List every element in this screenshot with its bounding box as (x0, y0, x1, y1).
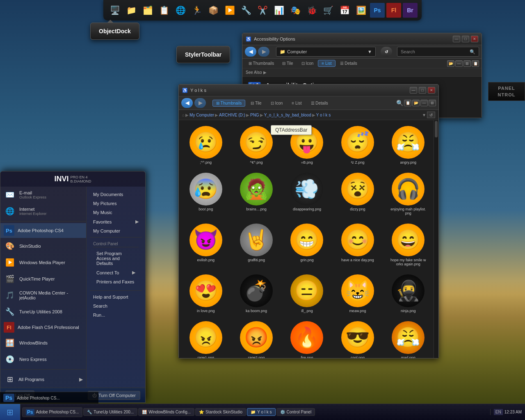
taskbar-tuneup[interactable]: 🔧 TuneUp Utilities 200... (83, 408, 137, 416)
toolbar-btn-3[interactable]: ⊞ (463, 60, 471, 67)
start-help[interactable]: Help and Support (90, 292, 142, 301)
breadcrumb-dropdown[interactable]: ▼ (422, 113, 426, 117)
file-item-dizzy[interactable]: 😵 dizzy.png (334, 170, 381, 218)
refresh-button[interactable]: ↺ (381, 47, 392, 57)
file-item-cool[interactable]: 😎 cool.png (334, 319, 381, 358)
file-item-inlove[interactable]: 😍 in love.png (182, 272, 229, 315)
dock-icon-monitor[interactable]: 🖥️ (107, 3, 122, 18)
start-windowblinds[interactable]: 🪟 WindowBlinds (0, 335, 86, 351)
start-set-program-access[interactable]: Set Program Access and Defaults (93, 249, 139, 268)
dock-icon-clipboard[interactable]: 📋 (157, 3, 171, 18)
file-item-smile4[interactable]: 😴 ²z Z.png (334, 123, 381, 167)
yolks-view-details[interactable]: ☰ Details (307, 100, 332, 107)
file-item-kaboom[interactable]: 💣 ka boom.png (233, 272, 280, 315)
see-also-toggle[interactable]: ▶ (263, 70, 267, 75)
yolks-toolbar-btn4[interactable]: ⊞ (429, 100, 436, 106)
yolks-maximize[interactable]: □ (419, 87, 426, 94)
close-button[interactable]: ✕ (471, 36, 478, 42)
dock-icon-calendar[interactable]: 📅 (337, 3, 352, 18)
start-email[interactable]: ✉️ E-mail Outlook Express (0, 187, 86, 203)
file-item-rage2[interactable]: 😡 rage2.png (233, 319, 280, 358)
dock-icon-excel[interactable]: 📊 (272, 3, 286, 18)
start-button[interactable]: ⊞ (0, 404, 21, 420)
start-internet[interactable]: 🌐 Internet Internet Explorer (0, 203, 86, 219)
view-btn-list[interactable]: ≡ List (318, 60, 335, 67)
search-bar[interactable]: Search 🔍 (397, 47, 479, 57)
file-item-brains[interactable]: 🧟 brains....png (233, 170, 280, 218)
start-flash[interactable]: Fl Adobe Flash CS4 Professional (0, 320, 86, 335)
yolks-toolbar-btn3[interactable]: — (420, 100, 428, 106)
file-item-smile1[interactable]: 😢 ;^^.png (182, 123, 229, 167)
file-item-fire[interactable]: 🔥 fire.png (283, 319, 331, 358)
dock-icon-hat[interactable]: 🎭 (288, 3, 303, 18)
start-mycomputer[interactable]: My Computer (90, 226, 142, 235)
back-button[interactable]: ◀ (245, 47, 256, 57)
maximize-button[interactable]: □ (462, 36, 469, 42)
start-printers[interactable]: Printers and Faxes (93, 277, 139, 286)
file-item-graffiti[interactable]: 🤘 graffiti.png (233, 221, 280, 269)
yolks-view-icon[interactable]: ⊡ Icon (267, 100, 287, 107)
file-item-boo[interactable]: 😰 boo!.png (182, 170, 229, 218)
yolks-view-thumbnails[interactable]: ⊞ Thumbnails (212, 100, 245, 107)
breadcrumb-archive[interactable]: ARCHIVE (D:) (219, 113, 245, 117)
toolbar-btn-1[interactable]: 📂 (447, 60, 454, 67)
file-item-niceday[interactable]: 😊 have a nice day.png (334, 221, 381, 269)
dock-icon-run[interactable]: 🏃 (189, 3, 204, 18)
file-item-disappearing[interactable]: 💨 disappearing.png (283, 170, 331, 218)
yolks-forward[interactable]: ▶ (194, 98, 206, 108)
dock-icon-folder2[interactable]: 🗂️ (140, 3, 155, 18)
start-run[interactable]: Run... (90, 310, 142, 320)
breadcrumb-png[interactable]: PNG (250, 113, 259, 117)
breadcrumb-yolks-bad-blood[interactable]: Y_o_l_k_s_by_bad_blood (264, 113, 311, 117)
minimize-button[interactable]: — (453, 36, 460, 42)
file-item-ill[interactable]: 😑 ill_.png (283, 272, 331, 315)
start-skinstudio[interactable]: 🎨 SkinStudio (0, 238, 86, 254)
dock-icon-package[interactable]: 📦 (206, 3, 221, 18)
start-wmp[interactable]: ▶️ Windows Media Player (0, 254, 86, 271)
all-programs-item[interactable]: ⊞ All Programs ▶ (0, 371, 86, 388)
yolks-view-list[interactable]: ≡ List (288, 100, 305, 107)
breadcrumb-nav-btn[interactable]: ↺ (427, 112, 435, 118)
file-item-rage1[interactable]: 😠 rage1.png (182, 319, 229, 358)
start-tuneup[interactable]: 🔧 TuneUp Utilities 2008 (0, 304, 86, 320)
dock-icon-media[interactable]: ▶️ (222, 3, 237, 18)
scrollbar[interactable] (434, 120, 438, 358)
start-nero[interactable]: 💿 Nero Express (0, 351, 86, 368)
start-mypics[interactable]: My Pictures (90, 199, 142, 208)
file-item-angry[interactable]: 😤 angry.png (385, 123, 432, 167)
yolks-minimize[interactable]: — (410, 87, 417, 94)
taskbar-windowblinds[interactable]: 🪟 WindowBlinds Config... (138, 408, 194, 416)
taskbar-skinstudio[interactable]: ⭐ Stardock SkinStudio (195, 408, 246, 416)
yolks-toolbar-btn2[interactable]: 📂 (412, 100, 420, 106)
yolks-close[interactable]: ✕ (428, 87, 435, 94)
scrollbar-thumb[interactable] (435, 121, 438, 137)
start-favorites[interactable]: Favorites ▶ (90, 217, 142, 226)
start-connect-to[interactable]: Connect To ▶ (93, 268, 139, 277)
file-item-evilish[interactable]: 😈 evilish.png (182, 221, 229, 269)
forward-button[interactable]: ▶ (258, 47, 269, 57)
file-item-meaw[interactable]: 😸 meaw.png (334, 272, 381, 315)
dock-icon-tool[interactable]: 🔧 (239, 3, 253, 18)
file-item-mad[interactable]: 😤 mad.png (385, 319, 432, 358)
start-mydocs[interactable]: My Documents (90, 190, 142, 199)
dock-icon-image[interactable]: 🖼️ (354, 3, 368, 18)
dock-icon-ps[interactable]: Ps (370, 3, 385, 18)
taskbar-controlpanel[interactable]: ⚙️ Control Panel (276, 408, 315, 416)
dock-icon-ie[interactable]: 🌐 (173, 3, 188, 18)
yolks-view-tile[interactable]: ⊟ Tile (247, 100, 265, 107)
view-btn-thumbnails[interactable]: ⊞ Thumbnails (245, 60, 278, 67)
breadcrumb-mycomputer[interactable]: My Computer (189, 113, 214, 117)
toolbar-btn-4[interactable]: 📋 (472, 60, 479, 67)
dock-icon-folder[interactable]: 📁 (124, 3, 139, 18)
dock-icon-cart[interactable]: 🛒 (321, 3, 336, 18)
taskbar-photoshop[interactable]: Ps Adobe Photoshop CS... (22, 407, 82, 417)
address-bar[interactable]: 📁 Computer ▼ (276, 47, 376, 57)
yolks-back[interactable]: ◀ (181, 98, 193, 108)
dock-icon-bug[interactable]: 🐞 (304, 3, 319, 18)
start-search[interactable]: Search (90, 301, 142, 310)
view-btn-icon[interactable]: ⊡ Icon (298, 60, 317, 67)
yolks-toolbar-btn1[interactable]: 📋 (404, 100, 411, 106)
dock-icon-br[interactable]: Br (403, 3, 418, 18)
breadcrumb-yolks[interactable]: Y o l k s (316, 113, 331, 117)
dock-icon-fl[interactable]: Fl (386, 3, 401, 18)
